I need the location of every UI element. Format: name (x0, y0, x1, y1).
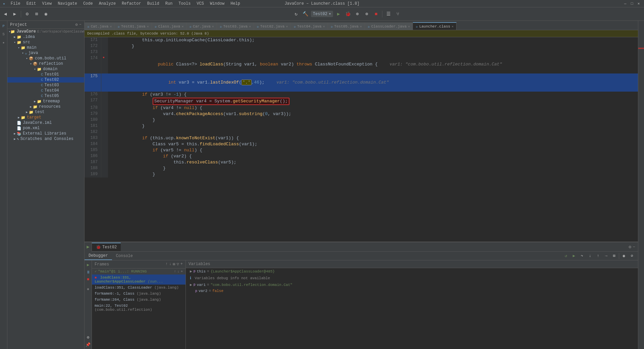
menu-view[interactable]: View (39, 1, 54, 7)
menu-code[interactable]: Code (80, 1, 96, 7)
settings-button[interactable]: ⚙ (23, 10, 31, 18)
frame-4[interactable]: main:22, Test02 (com.bobo.util.reflectio… (92, 303, 185, 313)
tab-launcher[interactable]: ☕ Launcher.class ✕ (413, 22, 457, 30)
menu-help[interactable]: Help (228, 1, 243, 7)
var-this[interactable]: ▶ p this = {Launcher$AppClassLoader@485} (186, 268, 638, 275)
vcs-button[interactable]: ⑂ (394, 10, 402, 18)
run-button[interactable]: ▶ (334, 10, 342, 18)
menu-run[interactable]: Run (163, 1, 175, 7)
tree-test03[interactable]: ▶ C Test03 (7, 83, 84, 88)
run-to-cursor-icon[interactable]: → (603, 253, 609, 259)
tree-scratches[interactable]: ▶ ✎ Scratches and Consoles (7, 136, 84, 142)
tree-ext-libs[interactable]: ▶ 📚 External Libraries (7, 131, 84, 136)
tab-classloader[interactable]: ☕ ClassLoader.java ✕ (365, 22, 413, 30)
mute-breakpoints-icon[interactable]: ⊘ (629, 253, 635, 259)
rerun-icon[interactable]: ↺ (562, 253, 569, 259)
frames-down-icon[interactable]: ↓ (169, 262, 171, 267)
breakpoints-icon[interactable]: ◉ (621, 253, 627, 259)
frames-copy-icon[interactable]: ⊞ (173, 262, 175, 267)
tab-test02-close[interactable]: ✕ (286, 24, 288, 29)
menu-refactor[interactable]: Refactor (119, 1, 144, 7)
tree-reflection[interactable]: ▾ 📦 reflection (7, 61, 84, 66)
structure-icon[interactable]: S (1, 32, 6, 37)
tree-treemap[interactable]: ▶ 📁 treemap (7, 99, 84, 104)
tab-test02[interactable]: ☕ Test02.java ✕ (254, 22, 291, 30)
thread-add-icon[interactable]: + (181, 270, 183, 273)
debug-pause-side-icon[interactable]: ⏸ (85, 269, 91, 275)
frame-2[interactable]: forName0:-1, Class (java.lang) (92, 291, 185, 297)
tab-test03-close[interactable]: ✕ (249, 24, 251, 29)
sidebar-options-icon[interactable]: ⚙ (75, 22, 78, 27)
menu-file[interactable]: File (8, 1, 23, 7)
tree-root[interactable]: ▾ 📁 JavaCore E:\workspace\OpenClassWor (7, 29, 84, 34)
close-button[interactable]: ✕ (636, 1, 641, 6)
layout-button[interactable]: ⊞ (33, 10, 41, 18)
frame-1[interactable]: loadClass:351, ClassLoader (java.lang) (92, 285, 185, 291)
debug-add-icon[interactable]: + (85, 287, 91, 293)
tab-launcher-close[interactable]: ✕ (451, 24, 453, 29)
tree-com-bobo-util[interactable]: ▾ 📦 com.bobo.util (7, 56, 84, 61)
settings-gear-icon[interactable]: ⚙ (629, 244, 631, 250)
step-into-icon[interactable]: ↓ (587, 253, 593, 259)
debug-tab[interactable]: 🐞 Test02 (92, 243, 121, 251)
debugger-sub-tab[interactable]: Debugger (85, 252, 112, 260)
tab-test05[interactable]: ☕ Test05.java ✕ (328, 22, 365, 30)
debug-resume-side-icon[interactable]: ▶ (85, 262, 91, 268)
tab-cat[interactable]: ☕ Cat.java ✕ (85, 22, 115, 30)
tab-test03[interactable]: ☕ Test03.java ✕ (217, 22, 254, 30)
coverage-button[interactable]: ⊕ (353, 10, 361, 18)
tree-test02[interactable]: ▶ C Test02 (7, 77, 84, 83)
menu-analyze[interactable]: Analyze (96, 1, 118, 7)
minimize-button[interactable]: — (623, 1, 628, 6)
resume-icon[interactable]: ▶ (571, 253, 577, 259)
tree-iml[interactable]: 📄 JavaCore.iml (7, 120, 84, 126)
debug-stop-side-icon[interactable]: ■ (85, 277, 91, 283)
tree-target[interactable]: ▶ 📁 target (7, 115, 84, 120)
tab-test04[interactable]: ☕ Test04.java ✕ (291, 22, 328, 30)
sync-button[interactable]: ↻ (292, 10, 300, 18)
tab-cat-close[interactable]: ✕ (110, 24, 112, 29)
frame-3[interactable]: forName:264, Class (java.lang) (92, 297, 185, 303)
menu-tools[interactable]: Tools (176, 1, 193, 7)
sidebar-collapse-icon[interactable]: – (79, 22, 82, 27)
tree-domain[interactable]: ▾ 📁 domain (7, 66, 84, 72)
tab-car[interactable]: ☕ Car.java ✕ (186, 22, 217, 30)
tab-test05-close[interactable]: ✕ (360, 24, 362, 29)
tree-src[interactable]: ▾ 📁 src (7, 40, 84, 45)
forward-button[interactable]: ▶ (11, 10, 19, 18)
frames-add-icon[interactable]: + (180, 262, 183, 267)
debug-button[interactable]: 🐞 (344, 10, 352, 18)
debug-pin-icon[interactable]: 📌 (85, 342, 91, 348)
evaluate-icon[interactable]: ⊞ (611, 253, 618, 259)
step-out-icon[interactable]: ↑ (595, 253, 601, 259)
tab-car-close[interactable]: ✕ (212, 24, 214, 29)
tab-class-close[interactable]: ✕ (181, 24, 183, 29)
tree-test04[interactable]: ▶ C Test04 (7, 88, 84, 93)
tab-classloader-close[interactable]: ✕ (408, 24, 410, 29)
sdk-button[interactable]: ☰ (384, 10, 392, 18)
tree-pom[interactable]: 📄 pom.xml (7, 126, 84, 131)
var-var1-expand[interactable]: ▶ (190, 283, 192, 287)
frame-0[interactable]: ■ loadClass:331, Launcher$AppClassLoader… (92, 275, 185, 285)
var-this-expand[interactable]: ▶ (190, 269, 192, 273)
run-side-icon[interactable]: ▶ (87, 244, 89, 250)
tree-idea[interactable]: ▶ 📁 .idea (7, 34, 84, 40)
tree-test[interactable]: ▶ 📁 test (7, 109, 84, 115)
thread-down-icon[interactable]: ↓ (177, 270, 179, 273)
tree-test01[interactable]: ▶ C Test01 (7, 72, 84, 77)
theme-button[interactable]: ◉ (42, 10, 50, 18)
menu-vcs[interactable]: VCS (194, 1, 207, 7)
thread-up-icon[interactable]: ↑ (174, 270, 176, 273)
tree-resources[interactable]: ▶ 📁 resources (7, 104, 84, 109)
console-sub-tab[interactable]: Console (112, 252, 137, 260)
debug-settings-icon[interactable]: ⚙ (85, 334, 91, 340)
build-button[interactable]: 🔨 (302, 10, 310, 18)
project-icon[interactable]: P (1, 23, 6, 29)
step-over-icon[interactable]: ↷ (579, 253, 585, 259)
tree-java[interactable]: ▾ ☕ java (7, 50, 84, 56)
maximize-button[interactable]: □ (629, 1, 635, 6)
var-var1[interactable]: ▶ p var1 = "com.bobo.util.reflection.dom… (186, 282, 638, 288)
tab-class[interactable]: ☕ Class.java ✕ (152, 22, 187, 30)
tab-test01[interactable]: ☕ Test01.java ✕ (115, 22, 152, 30)
code-editor[interactable]: 171 this.ucp.initLookupCache(ClassLoader… (85, 37, 638, 242)
